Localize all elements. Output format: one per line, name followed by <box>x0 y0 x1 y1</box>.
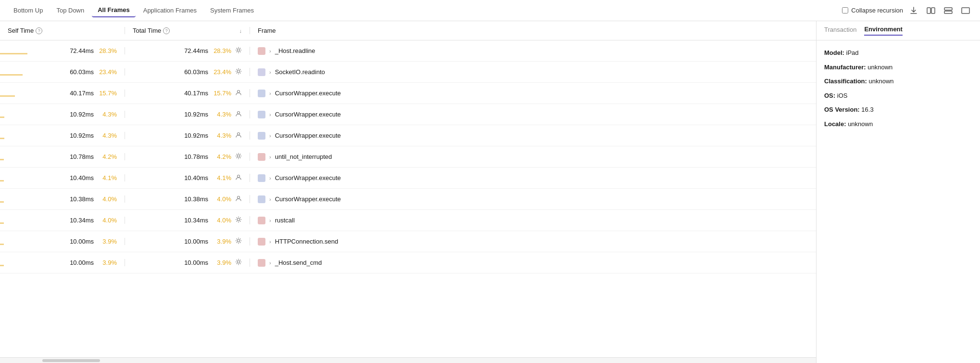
frame-label: Frame <box>258 27 276 34</box>
frame-swatch <box>258 195 265 203</box>
total-time-info-icon[interactable]: ? <box>163 27 170 34</box>
table-row[interactable]: 60.03ms 23.4% 60.03ms 23.4% › SocketIO.r… <box>0 62 816 83</box>
env-manufacturer-label: Manufacturer: <box>824 64 866 71</box>
layout-button-3[interactable] <box>959 4 972 17</box>
self-pct-value: 3.9% <box>98 259 117 266</box>
table-row[interactable]: 10.00ms 3.9% 10.00ms 3.9% › HTTPConnecti… <box>0 231 816 252</box>
sort-icon[interactable]: ↓ <box>239 28 242 34</box>
tab-environment[interactable]: Environment <box>864 26 902 36</box>
action-icon[interactable] <box>235 216 242 224</box>
action-icon[interactable] <box>235 89 242 97</box>
collapse-recursion-checkbox[interactable] <box>842 7 848 13</box>
svg-rect-1 <box>931 8 935 13</box>
frame-chevron-icon: › <box>269 218 271 223</box>
tab-application-frames[interactable]: Application Frames <box>138 4 202 17</box>
tab-bottom-up[interactable]: Bottom Up <box>8 4 49 17</box>
self-bar <box>0 74 23 76</box>
svg-point-13 <box>238 219 240 221</box>
env-model: Model: iPad <box>824 48 972 58</box>
cell-self-time: 10.00ms 3.9% <box>0 259 125 266</box>
self-time-label: Self Time <box>8 27 34 34</box>
table-row[interactable]: 10.92ms 4.3% 10.92ms 4.3% › CursorWrappe… <box>0 104 816 125</box>
frame-name[interactable]: SocketIO.readinto <box>275 68 325 76</box>
col-header-self-time: Self Time ? <box>0 27 125 34</box>
action-icon[interactable] <box>235 195 242 203</box>
self-bar <box>0 265 4 266</box>
self-time-value: 10.38ms <box>65 195 94 203</box>
collapse-recursion-label[interactable]: Collapse recursion <box>842 7 903 14</box>
frame-swatch <box>258 90 265 97</box>
total-time-value: 40.17ms <box>179 90 208 97</box>
env-locale-label: Locale: <box>824 120 846 128</box>
action-icon[interactable] <box>235 174 242 182</box>
total-pct-value: 4.3% <box>212 132 231 139</box>
frame-name[interactable]: CursorWrapper.execute <box>275 111 341 118</box>
frame-name[interactable]: until_not_interrupted <box>275 153 332 160</box>
cell-total-time: 10.38ms 4.0% <box>125 195 250 203</box>
action-icon[interactable] <box>235 47 242 55</box>
self-bar <box>0 244 4 245</box>
table-row[interactable]: 72.44ms 28.3% 72.44ms 28.3% › _Host.read… <box>0 40 816 62</box>
table-row[interactable]: 10.78ms 4.2% 10.78ms 4.2% › until_not_in… <box>0 146 816 168</box>
total-time-value: 10.38ms <box>179 195 208 203</box>
tab-transaction[interactable]: Transaction <box>824 26 856 35</box>
frame-name[interactable]: CursorWrapper.execute <box>275 195 341 203</box>
layout-button-1[interactable] <box>924 4 938 17</box>
self-bar <box>0 53 27 54</box>
frame-name[interactable]: CursorWrapper.execute <box>275 174 341 182</box>
self-time-value: 10.34ms <box>65 217 94 224</box>
layout-button-2[interactable] <box>942 4 955 17</box>
tab-system-frames[interactable]: System Frames <box>204 4 260 17</box>
env-os: OS: iOS <box>824 91 972 101</box>
cell-frame: › SocketIO.readinto <box>250 68 816 76</box>
cell-frame: › CursorWrapper.execute <box>250 90 816 97</box>
self-pct-value: 4.0% <box>98 195 117 203</box>
table-row[interactable]: 10.34ms 4.0% 10.34ms 4.0% › rustcall <box>0 210 816 231</box>
action-icon[interactable] <box>235 259 242 267</box>
action-icon[interactable] <box>235 131 242 140</box>
action-icon[interactable] <box>235 110 242 118</box>
action-icon[interactable] <box>235 68 242 76</box>
svg-rect-0 <box>927 8 930 13</box>
table-row[interactable]: 10.00ms 3.9% 10.00ms 3.9% › _Host.send_c… <box>0 252 816 273</box>
cell-frame: › CursorWrapper.execute <box>250 111 816 118</box>
frame-name[interactable]: CursorWrapper.execute <box>275 132 341 139</box>
frame-name[interactable]: HTTPConnection.send <box>275 238 339 245</box>
env-manufacturer-value: unknown <box>867 64 892 71</box>
frame-swatch <box>258 132 265 140</box>
frame-chevron-icon: › <box>269 154 271 160</box>
frame-chevron-icon: › <box>269 133 271 139</box>
total-time-value: 10.40ms <box>179 174 208 182</box>
table-row[interactable]: 10.40ms 4.1% 10.40ms 4.1% › CursorWrappe… <box>0 168 816 189</box>
frame-name[interactable]: _Host.readline <box>275 47 315 54</box>
env-model-label: Model: <box>824 49 844 56</box>
action-icon[interactable] <box>235 153 242 161</box>
self-bar <box>0 180 4 182</box>
self-time-value: 10.00ms <box>65 238 94 245</box>
frame-name[interactable]: CursorWrapper.execute <box>275 90 341 97</box>
cell-total-time: 40.17ms 15.7% <box>125 89 250 97</box>
cell-frame: › CursorWrapper.execute <box>250 195 816 203</box>
cell-total-time: 10.92ms 4.3% <box>125 131 250 140</box>
cell-total-time: 10.92ms 4.3% <box>125 110 250 118</box>
table-row[interactable]: 10.92ms 4.3% 10.92ms 4.3% › CursorWrappe… <box>0 125 816 146</box>
frame-name[interactable]: rustcall <box>275 217 295 224</box>
total-pct-value: 4.0% <box>212 195 231 203</box>
download-button[interactable] <box>907 4 920 17</box>
self-pct-value: 4.1% <box>98 174 117 182</box>
total-time-value: 60.03ms <box>179 68 208 76</box>
frame-chevron-icon: › <box>269 239 271 245</box>
total-pct-value: 3.9% <box>212 259 231 266</box>
table-body: 72.44ms 28.3% 72.44ms 28.3% › _Host.read… <box>0 40 816 357</box>
tab-top-down[interactable]: Top Down <box>50 4 90 17</box>
env-locale-value: unknown <box>848 120 873 128</box>
h-scroll-container[interactable] <box>0 357 816 363</box>
self-time-info-icon[interactable]: ? <box>36 27 42 34</box>
table-row[interactable]: 10.38ms 4.0% 10.38ms 4.0% › CursorWrappe… <box>0 189 816 210</box>
table-row[interactable]: 40.17ms 15.7% 40.17ms 15.7% › CursorWrap… <box>0 83 816 104</box>
h-scroll-thumb[interactable] <box>42 359 100 362</box>
frame-name[interactable]: _Host.send_cmd <box>275 259 322 266</box>
action-icon[interactable] <box>235 237 242 246</box>
frame-swatch <box>258 174 265 182</box>
tab-all-frames[interactable]: All Frames <box>92 3 135 17</box>
